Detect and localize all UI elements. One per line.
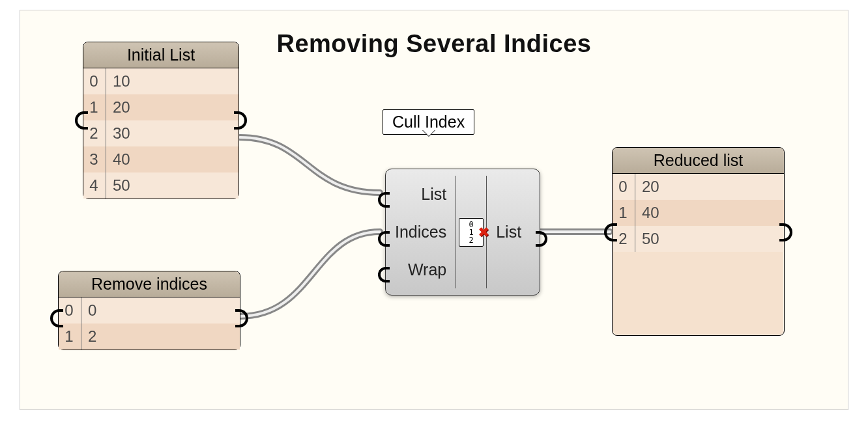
panel-title: Remove indices <box>59 271 240 297</box>
node-icon-column: 0 1 2 ✖ <box>456 169 486 295</box>
input-port-list[interactable] <box>378 192 390 208</box>
list-item: 140 <box>613 200 784 226</box>
list-item: 00 <box>59 297 240 324</box>
panel-remove-indices[interactable]: Remove indices 00 12 <box>58 271 240 350</box>
panel-reduced-list[interactable]: Reduced list 020 140 250 <box>612 147 785 336</box>
grip-icon[interactable] <box>50 309 63 327</box>
grip-icon[interactable] <box>234 111 247 130</box>
node-label-bubble: Cull Index <box>383 109 474 135</box>
cull-index-node[interactable]: List Indices Wrap 0 1 2 ✖ List <box>385 169 540 296</box>
node-inputs: List Indices Wrap <box>386 169 456 295</box>
x-icon: ✖ <box>478 223 489 241</box>
input-port-indices[interactable] <box>378 231 390 247</box>
panel-title: Reduced list <box>613 148 784 174</box>
input-port-wrap[interactable] <box>378 267 390 282</box>
grip-icon[interactable] <box>235 309 248 327</box>
list-item: 340 <box>83 146 239 172</box>
output-label-list: List <box>496 223 521 241</box>
list-item: 12 <box>59 324 240 350</box>
node-label: Cull Index <box>392 113 465 131</box>
panel-title: Initial List <box>83 42 239 68</box>
input-label-indices: Indices <box>395 223 446 241</box>
list-item: 120 <box>83 94 239 120</box>
panel-initial-list[interactable]: Initial List 010 120 230 340 450 <box>83 42 239 199</box>
node-outputs: List <box>487 169 530 295</box>
panel-body: 010 120 230 340 450 <box>83 68 239 199</box>
grip-icon[interactable] <box>779 223 792 241</box>
canvas: Removing Several Indices Initial List 01… <box>20 10 848 410</box>
output-port-list[interactable] <box>536 231 547 247</box>
list-item: 010 <box>83 68 239 94</box>
list-item: 020 <box>613 174 784 200</box>
list-item: 450 <box>83 172 239 199</box>
input-label-wrap: Wrap <box>408 260 446 279</box>
panel-body: 00 12 <box>59 297 240 350</box>
cull-index-icon: 0 1 2 ✖ <box>459 218 484 247</box>
list-item: 250 <box>613 226 784 252</box>
input-label-list: List <box>421 185 446 204</box>
grip-icon[interactable] <box>604 223 617 241</box>
list-item: 230 <box>83 120 239 146</box>
grip-icon[interactable] <box>75 111 88 130</box>
panel-body: 020 140 250 <box>613 174 784 252</box>
